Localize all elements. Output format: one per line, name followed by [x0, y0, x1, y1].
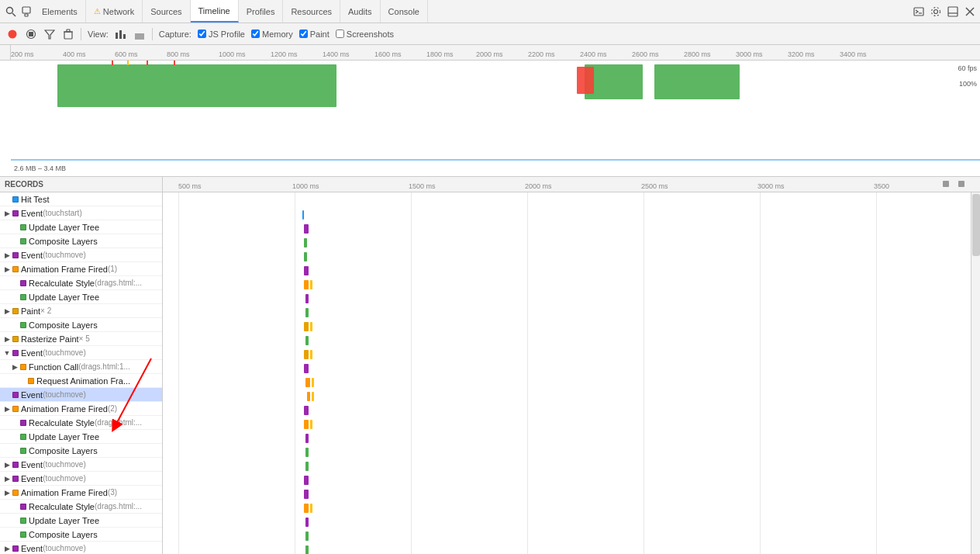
- js-profile-checkbox[interactable]: JS Profile: [198, 29, 245, 39]
- dock-icon[interactable]: [946, 5, 960, 19]
- stop-button[interactable]: [25, 28, 37, 40]
- tab-console[interactable]: Console: [381, 0, 428, 23]
- expand-btn[interactable]: ▶: [3, 251, 11, 259]
- expand-btn[interactable]: [11, 419, 19, 427]
- tab-resources[interactable]: Resources: [283, 0, 340, 23]
- terminal-icon[interactable]: [912, 5, 926, 19]
- svg-rect-8: [948, 7, 958, 16]
- expand-btn[interactable]: [11, 237, 19, 245]
- record-row[interactable]: ▶Event (touchmove): [0, 248, 162, 262]
- scroll-indicator-2: [958, 181, 964, 187]
- expand-btn[interactable]: [11, 531, 19, 538]
- expand-btn[interactable]: ▶: [3, 405, 11, 413]
- record-row[interactable]: ▼Event (touchmove): [0, 346, 162, 360]
- expand-btn[interactable]: ▶: [3, 461, 11, 469]
- record-row[interactable]: Recalculate Style (drags.html:...: [0, 500, 162, 514]
- tl-bar: [304, 238, 307, 248]
- expand-btn[interactable]: [11, 293, 19, 301]
- record-row[interactable]: Composite Layers: [0, 528, 162, 542]
- expand-btn[interactable]: ▼: [3, 349, 11, 357]
- device-icon[interactable]: [20, 5, 33, 18]
- tab-elements[interactable]: Elements: [34, 0, 86, 23]
- memory-checkbox[interactable]: Memory: [251, 29, 293, 39]
- chart-content[interactable]: 60 fps 100% 2.6 MB – 3.4 MB: [11, 61, 980, 176]
- record-row[interactable]: Request Animation Fra...: [0, 374, 162, 388]
- tab-timeline[interactable]: Timeline: [191, 0, 239, 23]
- tab-audits[interactable]: Audits: [340, 0, 381, 23]
- trash-icon[interactable]: [62, 28, 74, 40]
- record-row[interactable]: ▶Event (touchstart): [0, 206, 162, 220]
- flame-icon[interactable]: [133, 28, 146, 40]
- screenshots-checkbox[interactable]: Screenshots: [336, 29, 394, 39]
- tl-bar-secondary: [312, 392, 314, 401]
- paint-checkbox[interactable]: Paint: [299, 29, 330, 39]
- record-row[interactable]: ▶Animation Frame Fired (3): [0, 486, 162, 500]
- record-row[interactable]: ▶Rasterize Paint × 5: [0, 332, 162, 346]
- ruler-1000ms: 1000 ms: [219, 50, 246, 58]
- record-sub: (1): [108, 265, 117, 273]
- tab-profiles[interactable]: Profiles: [239, 0, 284, 23]
- record-row[interactable]: Hit Test: [0, 192, 162, 206]
- tick-red-3: [174, 61, 175, 65]
- search-icon[interactable]: [5, 5, 17, 18]
- record-dot: [12, 462, 19, 468]
- record-label: Event: [21, 544, 43, 553]
- expand-btn[interactable]: [11, 223, 19, 231]
- ruler-2600ms: 2600 ms: [632, 50, 659, 58]
- record-row[interactable]: Update Layer Tree: [0, 514, 162, 528]
- scroll-thumb[interactable]: [972, 194, 980, 256]
- records-rows: Hit Test▶Event (touchstart)Update Layer …: [0, 192, 162, 554]
- expand-btn[interactable]: ▶: [3, 265, 11, 273]
- tab-sources[interactable]: Sources: [143, 0, 190, 23]
- ruler-800ms: 800 ms: [167, 50, 190, 58]
- sep2: [152, 28, 153, 40]
- expand-btn[interactable]: ▶: [3, 335, 11, 343]
- expand-btn[interactable]: ▶: [11, 363, 19, 371]
- timeline-panel[interactable]: 500 ms 1000 ms 1500 ms 2000 ms 2500 ms 3…: [163, 177, 980, 554]
- expand-btn[interactable]: [3, 391, 11, 399]
- expand-btn[interactable]: [11, 321, 19, 329]
- record-row[interactable]: Update Layer Tree: [0, 290, 162, 304]
- tab-network[interactable]: ⚠Network: [86, 0, 143, 23]
- expand-btn[interactable]: [11, 517, 19, 525]
- record-row[interactable]: Recalculate Style (drags.html:...: [0, 276, 162, 290]
- record-row[interactable]: ▶Animation Frame Fired (1): [0, 262, 162, 276]
- record-dot: [20, 531, 26, 538]
- vertical-scrollbar[interactable]: [971, 192, 980, 554]
- expand-btn[interactable]: [3, 196, 11, 203]
- ruler-1600ms: 1600 ms: [374, 50, 402, 58]
- bar-chart-icon[interactable]: [115, 28, 127, 40]
- tl-bar-secondary: [310, 280, 312, 289]
- record-row[interactable]: Composite Layers: [0, 444, 162, 458]
- expand-btn[interactable]: [11, 447, 19, 455]
- record-row[interactable]: ▶Event (touchmove): [0, 458, 162, 472]
- record-button[interactable]: [6, 28, 19, 40]
- record-dot: [20, 518, 26, 524]
- record-row[interactable]: Event (touchmove): [0, 388, 162, 402]
- record-row[interactable]: Recalculate Style (drags.html:...: [0, 416, 162, 430]
- expand-btn[interactable]: ▶: [3, 489, 11, 497]
- expand-btn[interactable]: ▶: [3, 209, 11, 217]
- filter-icon[interactable]: [43, 28, 56, 40]
- expand-btn[interactable]: [11, 433, 19, 441]
- record-row[interactable]: ▶Function Call (drags.html:1...: [0, 360, 162, 374]
- expand-btn[interactable]: [11, 279, 19, 287]
- expand-btn[interactable]: [11, 503, 19, 511]
- expand-btn[interactable]: [19, 377, 26, 385]
- tl-bar: [305, 294, 309, 303]
- record-row[interactable]: Update Layer Tree: [0, 220, 162, 234]
- expand-btn[interactable]: ▶: [3, 307, 11, 315]
- expand-btn[interactable]: ▶: [3, 475, 11, 483]
- svg-point-7: [932, 7, 940, 16]
- record-row[interactable]: ▶Paint × 2: [0, 304, 162, 318]
- record-row[interactable]: ▶Event (touchmove): [0, 472, 162, 486]
- record-row[interactable]: ▶Animation Frame Fired (2): [0, 402, 162, 416]
- record-row[interactable]: ▶Event (touchmove): [0, 542, 162, 554]
- close-icon[interactable]: [963, 5, 977, 19]
- expand-btn[interactable]: ▶: [3, 545, 11, 552]
- record-row[interactable]: Composite Layers: [0, 318, 162, 332]
- toolbar: View: Capture: JS Profile Memory Paint S…: [0, 23, 980, 45]
- record-row[interactable]: Composite Layers: [0, 234, 162, 248]
- record-row[interactable]: Update Layer Tree: [0, 430, 162, 444]
- settings-icon[interactable]: [929, 5, 943, 19]
